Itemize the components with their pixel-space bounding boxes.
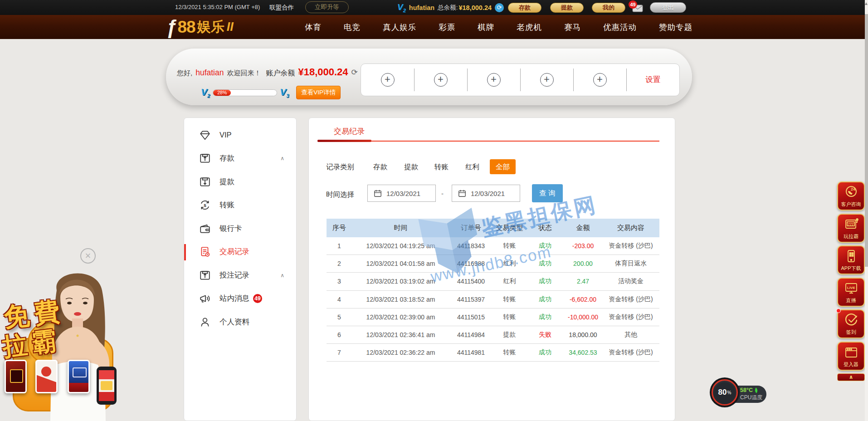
collapse-menu-button[interactable]: ∧	[837, 373, 865, 381]
sidebar-item-withdraw[interactable]: 提款	[184, 170, 296, 194]
main-nav: ƒ88娱乐II 体育 电竞 真人娱乐 彩票 棋牌 老虎机 赛马 优惠活动 赞助专…	[0, 15, 868, 39]
nav-promotions[interactable]: 优惠活动	[603, 22, 637, 33]
promo-game-thumbnail-1[interactable]	[5, 360, 27, 393]
filter-bonus[interactable]: 红利	[465, 162, 479, 172]
status-badge: 失败	[527, 331, 564, 339]
tab-transaction-records[interactable]: 交易纪录	[334, 126, 365, 137]
filter-label: 记录类别	[326, 162, 354, 172]
svg-text:24: 24	[850, 187, 855, 191]
welcome-row: 您好, hufatian 欢迎回来！ 账户余额 ¥18,000.24 ⟳	[177, 66, 358, 78]
check-in-button[interactable]: 签到	[837, 309, 865, 338]
table-row: 212/03/2021 04:01:58 am44116988红利成功200.0…	[327, 255, 659, 273]
nav-horse-racing[interactable]: 赛马	[564, 22, 581, 33]
plus-circle-icon: +	[487, 73, 501, 87]
browser-window-icon	[844, 345, 859, 360]
page-scrollbar[interactable]	[865, 0, 868, 421]
alliance-link[interactable]: 联盟合作	[269, 4, 294, 12]
cpu-temp-label: CPU温度	[740, 394, 766, 401]
customer-service-button[interactable]: 24 客户咨询	[837, 181, 865, 210]
scroll-up-arrow[interactable]	[865, 2, 868, 5]
quick-add-slot-4[interactable]: +	[520, 64, 573, 96]
logout-button[interactable]: 登出	[650, 2, 686, 13]
logo-text: 娱乐	[197, 18, 224, 36]
logo-88: 88	[177, 18, 195, 37]
quick-add-slot-2[interactable]: +	[414, 64, 467, 96]
table-header: 序号 时间 订单号 交易类型 状态 金额 交易内容	[327, 219, 659, 237]
live-stream-button[interactable]: LIVE 直播	[837, 278, 865, 307]
date-to-input[interactable]: 12/03/2021	[452, 185, 520, 202]
promo-game-thumbnail-2[interactable]	[35, 360, 58, 393]
floating-side-menu: 24 客户咨询 777 玩拉霸 APP下载 LIVE 直播 签到 登入器 ∧	[837, 181, 865, 381]
withdraw-button[interactable]: 提款	[550, 3, 584, 13]
banner-balance-value: ¥18,000.24	[298, 66, 348, 78]
quick-add-slot-3[interactable]: +	[467, 64, 520, 96]
mine-button[interactable]: 我的	[592, 3, 625, 13]
status-badge: 成功	[527, 313, 564, 321]
table-row: 112/03/2021 04:19:25 am44118343转账成功-203.…	[327, 237, 659, 255]
svg-text:$: $	[204, 203, 206, 208]
filter-transfer[interactable]: 转账	[434, 162, 449, 172]
filter-withdraw[interactable]: 提款	[404, 162, 418, 172]
account-summary: V2 hufatian 总余额: ¥18,000.24 ⟳	[397, 0, 504, 15]
top-bar: 12/3/2021 5:35:02 PM (GMT +8) 联盟合作 立即升等 …	[0, 0, 868, 15]
sidebar-item-bank-card[interactable]: 银行卡	[184, 217, 296, 240]
nav-esports[interactable]: 电竞	[344, 22, 361, 33]
nav-slots[interactable]: 老虎机	[517, 22, 542, 33]
sidebar-item-profile[interactable]: 个人资料	[184, 310, 296, 334]
banner-refresh-icon[interactable]: ⟳	[351, 68, 358, 77]
nav-items: 体育 电竞 真人娱乐 彩票 棋牌 老虎机 赛马 优惠活动 赞助专题	[305, 15, 692, 39]
sidebar-item-bet-records[interactable]: 投注记录 ∧	[184, 264, 296, 287]
scrollbar-thumb[interactable]	[865, 14, 868, 267]
deposit-button[interactable]: 存款	[508, 3, 541, 13]
vip-level-icon: V2	[397, 2, 406, 13]
vip-diamond-icon	[199, 129, 211, 141]
nav-sports[interactable]: 体育	[305, 22, 322, 33]
sidebar-item-transfer[interactable]: $ 转账	[184, 194, 296, 217]
vip-detail-button[interactable]: 查看VIP详情	[296, 86, 341, 99]
quick-actions-panel: + + + + + 设置	[361, 64, 680, 96]
chevron-up-icon[interactable]: ∧	[280, 155, 284, 162]
balance-value: ¥18,000.24	[458, 4, 492, 11]
sidebar-item-vip[interactable]: VIP	[184, 123, 296, 147]
promo-banner[interactable]: 免費 拉霸	[0, 261, 119, 421]
table-row: 712/03/2021 02:36:22 am44114981转账成功34,60…	[327, 344, 659, 362]
site-logo[interactable]: ƒ88娱乐II	[166, 15, 234, 39]
launcher-button[interactable]: 登入器	[837, 342, 865, 371]
nav-lottery[interactable]: 彩票	[439, 22, 455, 33]
promo-game-thumbnail-3[interactable]	[68, 360, 90, 393]
check-circle-icon	[844, 313, 859, 328]
slots-button[interactable]: 777 玩拉霸	[837, 214, 865, 243]
message-count-badge: 49	[629, 0, 637, 9]
time-select-label: 时间选择	[326, 190, 354, 200]
filter-deposit[interactable]: 存款	[373, 162, 387, 172]
date-from-input[interactable]: 12/03/2021	[367, 185, 436, 202]
account-sidebar: VIP 存款 ∧ 提款 $ 转账 银行卡 交易记录 投注记录 ∧ 站内消息 49…	[184, 117, 297, 421]
nav-sponsorship[interactable]: 赞助专题	[659, 22, 692, 33]
sidebar-item-messages[interactable]: 站内消息 49	[184, 287, 296, 311]
plus-circle-icon: +	[381, 73, 395, 87]
transaction-panel: 交易纪录 记录类别 存款 提款 转账 红利 全部 时间选择 12/03/2021…	[308, 117, 675, 421]
promo-close-icon[interactable]: ×	[80, 248, 96, 264]
refresh-balance-icon[interactable]: ⟳	[495, 3, 504, 12]
app-download-button[interactable]: APP下载	[837, 245, 865, 274]
promo-text-line2: 拉霸	[0, 323, 63, 364]
search-button[interactable]: 查 询	[532, 184, 563, 202]
withdraw-icon	[199, 176, 211, 188]
quick-add-slot-1[interactable]: +	[361, 64, 414, 96]
username: hufatian	[409, 4, 434, 11]
megaphone-icon	[199, 293, 211, 304]
quick-add-slot-5[interactable]: +	[573, 64, 626, 96]
phone-24-icon: 24	[844, 185, 859, 200]
chevron-up-icon[interactable]: ∧	[280, 272, 284, 279]
vip-next-icon: V3	[280, 87, 289, 98]
filter-all-active[interactable]: 全部	[490, 159, 516, 174]
sidebar-item-deposit[interactable]: 存款 ∧	[184, 147, 296, 171]
quick-settings-button[interactable]: 设置	[626, 64, 679, 96]
plus-circle-icon: +	[593, 73, 607, 87]
nav-board-games[interactable]: 棋牌	[478, 22, 494, 33]
table-row: 512/03/2021 02:39:00 am44115015转账成功-10,0…	[327, 308, 659, 326]
nav-live-casino[interactable]: 真人娱乐	[383, 22, 416, 33]
sidebar-item-transaction-records[interactable]: 交易记录	[184, 240, 296, 264]
vip-current-icon: V2	[201, 87, 210, 98]
upgrade-button[interactable]: 立即升等	[305, 1, 349, 13]
